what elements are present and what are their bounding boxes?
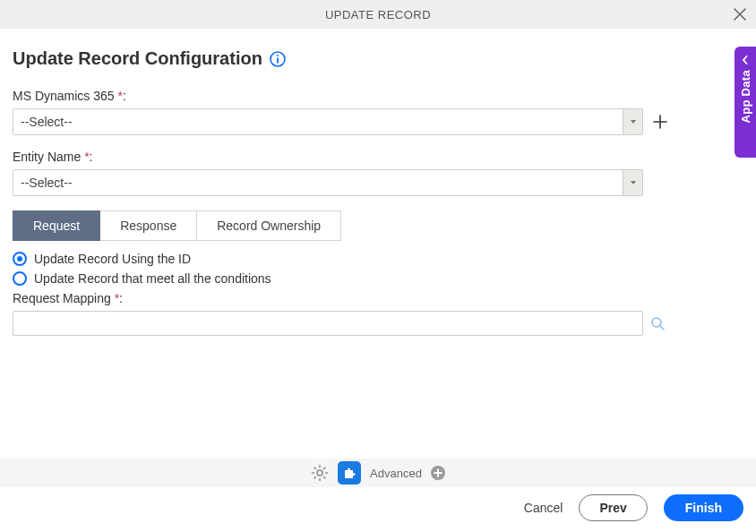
content-area: Update Record Configuration MS Dynamics … [0, 29, 756, 336]
page-title: Update Record Configuration [13, 48, 262, 69]
close-button[interactable] [733, 7, 747, 21]
dynamics-value: --Select-- [13, 109, 623, 134]
advanced-label: Advanced [370, 467, 422, 480]
radio-update-by-id[interactable]: Update Record Using the ID [13, 252, 743, 266]
chevron-down-icon [623, 170, 642, 195]
dynamics-label: MS Dynamics 365 *: [13, 89, 743, 103]
tab-record-ownership[interactable]: Record Ownership [197, 210, 341, 241]
entity-value: --Select-- [13, 170, 623, 195]
app-data-label: App Data [739, 70, 752, 123]
request-mapping-input[interactable] [13, 311, 643, 336]
gear-icon [311, 464, 329, 482]
modal-title: UPDATE RECORD [325, 8, 431, 21]
radio-icon [13, 252, 27, 266]
plus-icon [434, 468, 442, 477]
mapping-picker-button[interactable] [650, 316, 665, 330]
finish-button[interactable]: Finish [664, 494, 743, 521]
tab-request[interactable]: Request [13, 210, 100, 241]
svg-point-2 [277, 54, 279, 56]
entity-label: Entity Name *: [13, 150, 743, 164]
request-mapping-label: Request Mapping *: [13, 291, 743, 305]
app-data-panel-toggle[interactable]: App Data [735, 47, 756, 158]
footer-toolbar: Advanced [0, 459, 756, 487]
chevron-down-icon [623, 109, 642, 134]
integration-button[interactable] [338, 461, 361, 485]
advanced-expand-button[interactable] [431, 466, 445, 480]
cancel-button[interactable]: Cancel [524, 501, 563, 515]
radio-label: Update Record Using the ID [34, 252, 191, 266]
modal-header: UPDATE RECORD [0, 0, 756, 29]
close-icon [733, 7, 747, 21]
chevron-left-icon [741, 56, 750, 64]
dynamics-select[interactable]: --Select-- [13, 108, 643, 135]
radio-update-by-conditions[interactable]: Update Record that meet all the conditio… [13, 271, 743, 286]
prev-button[interactable]: Prev [579, 494, 647, 521]
button-bar: Cancel Prev Finish [524, 494, 743, 521]
radio-label: Update Record that meet all the conditio… [34, 271, 271, 286]
plus-icon [652, 114, 668, 130]
add-dynamics-button[interactable] [652, 114, 668, 130]
settings-button[interactable] [311, 464, 329, 482]
puzzle-icon [342, 466, 357, 480]
info-icon[interactable] [270, 51, 286, 67]
radio-icon [13, 271, 27, 286]
search-icon [650, 316, 665, 330]
svg-rect-1 [277, 57, 279, 63]
tabs: Request Response Record Ownership [13, 210, 743, 241]
svg-point-4 [317, 470, 322, 476]
entity-select[interactable]: --Select-- [13, 169, 643, 196]
tab-response[interactable]: Response [100, 210, 197, 241]
